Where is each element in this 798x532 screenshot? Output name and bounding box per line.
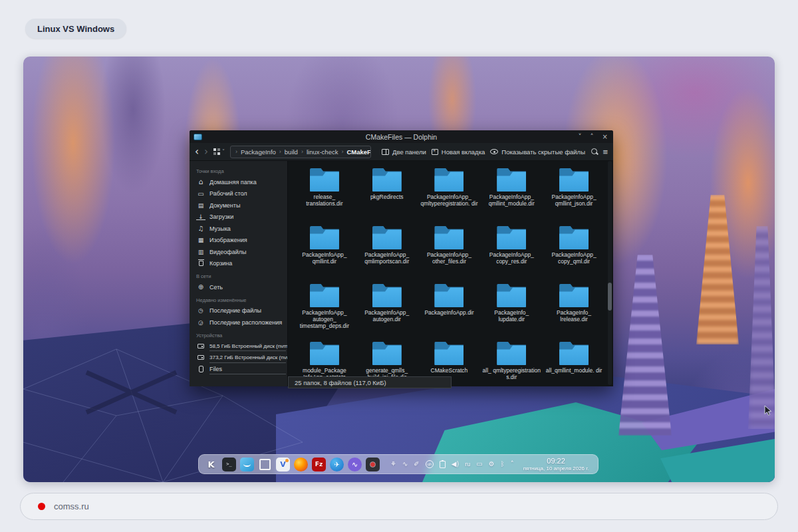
qbittorrent-tray-icon[interactable]: qb [426,460,434,468]
scrollbar-track[interactable] [608,161,612,385]
hamburger-menu-button[interactable]: ≡ [602,148,608,156]
sidebar-item-label: Загрузки [209,213,233,220]
maximize-button[interactable]: ˄ [591,134,594,140]
wave-tray-icon[interactable]: ∿ [402,461,408,467]
network-icon [196,283,205,291]
minimize-button[interactable]: ˅ [579,134,582,140]
sidebar-item-label: Корзина [209,260,232,267]
dolphin-taskbar-icon[interactable] [240,458,254,471]
sidebar-item-downloads[interactable]: Загрузки [196,211,287,223]
camera-app-icon[interactable] [366,458,380,471]
folder-item[interactable]: PackageInfo_ lrelease.dir [543,284,605,342]
folder-item[interactable]: pkgRedirects [356,168,418,226]
volume-tray-icon[interactable]: ◀) [452,461,460,467]
sidebar-item-documents[interactable]: Документы [196,200,287,211]
phone-device-icon [196,365,205,373]
show-hidden-files-button[interactable]: Показывать скрытые файлы [490,148,585,156]
dolphin-window: CMakeFiles — Dolphin ˅ ˄ × ‹ › ˅ › Packa… [190,130,613,386]
folder-icon [372,342,402,365]
folder-item[interactable]: PackageInfoApp.dir [418,284,481,342]
folder-icon [559,284,589,307]
sidebar-item-files-device[interactable]: Files [196,364,287,376]
tray-expand-chevron[interactable]: ˄ [511,461,514,467]
keyboard-layout-indicator[interactable]: ru [465,461,470,467]
sidebar-item-home[interactable]: Домашняя папка [196,176,287,188]
folder-item[interactable]: PackageInfoApp_ autogen_ timestamp_deps.… [293,284,356,342]
clipboard-tray-icon[interactable] [440,461,446,468]
split-view-button[interactable]: Две панели [382,148,426,156]
search-button[interactable] [591,148,597,156]
sidebar-item-disk-2[interactable]: 373,2 ГиБ Встроенный диск (nvme… [196,352,287,364]
filezilla-icon[interactable]: Fz [312,458,326,471]
folder-item[interactable]: all_ qmltyperegistration s.dir [480,342,543,386]
sidebar-item-label: Музыка [209,225,231,232]
sidebar-item-music[interactable]: Музыка [196,223,287,235]
sidebar-item-label: Последние файлы [209,307,261,314]
folder-icon [434,168,464,192]
konsole-icon[interactable]: >_ [222,458,236,471]
frame-app-icon[interactable] [259,459,271,470]
view-mode-button[interactable]: ˅ [213,148,225,155]
breadcrumb-separator: › [341,148,343,155]
sidebar-item-videos[interactable]: Видеофайлы [196,246,287,258]
forward-button: › [204,147,208,157]
taskbar: K >_ V Fz ✈ ∿ ⚘ ∿ ✐ qb ◀) ru ▭ ⚙ ᛒ ˄ 09:… [198,454,598,474]
sidebar-item-label: Последние расположения [209,319,282,326]
sidebar-item-network[interactable]: Сеть [196,281,287,293]
sidebar-item-desktop[interactable]: Рабочий стол [196,188,287,200]
sidebar-item-pictures[interactable]: Изображения [196,235,287,247]
sidebar-item-disk-1[interactable]: 58,5 ГиБ Встроенный диск (nvme0… [196,340,287,352]
breadcrumb-segment[interactable]: PackageInfo [241,148,276,156]
breadcrumb-current[interactable]: CMakeFiles [346,148,371,156]
sidebar-item-recent-files[interactable]: Последние файлы [196,305,287,317]
folder-item[interactable]: PackageInfoApp_ qmllint.dir [293,226,356,284]
chevron-down-icon: ˅ [222,149,225,155]
display-tray-icon[interactable]: ▭ [476,461,482,467]
folder-icon [497,342,526,365]
bluetooth-tray-icon[interactable]: ᛒ [501,461,505,467]
folder-item[interactable]: PackageInfoApp_ copy_res.dir [480,226,543,284]
folder-item[interactable]: PackageInfoApp_ qmlimportscan.dir [356,226,418,284]
folder-item[interactable]: PackageInfoApp_ qmltyperegistration. dir [418,168,481,226]
folder-icon [497,226,526,249]
kde-launcher-icon[interactable]: K [204,458,218,471]
folder-icon [372,168,402,192]
firefox-icon[interactable] [294,458,308,471]
wave-app-icon[interactable]: ∿ [348,458,362,471]
breadcrumb[interactable]: › PackageInfo › build › linux-check › CM… [230,146,371,158]
v-app-icon[interactable]: V [276,458,290,471]
breadcrumb-segment[interactable]: linux-check [307,148,338,156]
breadcrumb-segment[interactable]: build [285,148,298,156]
folder-item[interactable]: PackageInfoApp_ other_files.dir [418,226,481,284]
scrollbar-thumb[interactable] [608,283,612,311]
pen-tray-icon[interactable]: ✐ [414,461,419,467]
folder-item[interactable]: PackageInfo_ lupdate.dir [480,284,543,342]
folder-item[interactable]: PackageInfoApp_ autogen.dir [356,284,418,342]
disk-usage-bar [209,362,286,363]
settings-tray-icon[interactable]: ⚙ [489,461,495,467]
folder-item[interactable]: PackageInfoApp_ qmllint_json.dir [543,168,605,226]
back-button[interactable]: ‹ [195,147,199,157]
new-tab-button[interactable]: Новая вкладка [432,148,485,156]
window-titlebar[interactable]: CMakeFiles — Dolphin ˅ ˄ × [190,130,613,143]
page-badge: Linux VS Windows [25,19,126,39]
folder-icon [372,284,402,307]
folder-name: PackageInfoApp_ copy_res.dir [480,251,543,265]
folder-item[interactable]: release_ translations.dir [293,168,356,226]
sidebar-item-trash[interactable]: Корзина [196,258,287,270]
folder-name: PackageInfoApp_ qmllint.dir [293,251,356,265]
plane-app-icon[interactable]: ✈ [330,458,344,471]
sidebar-item-recent-locations[interactable]: Последние расположения [196,317,287,329]
status-bar: 25 папок, 8 файлов (117,0 КиБ) [288,376,452,388]
clock-widget[interactable]: 09:22 пятница, 10 апреля 2026 г. [523,457,589,471]
folder-item[interactable]: all_qmllint_module. dir [543,342,605,386]
folder-name: PackageInfoApp_ qmlimportscan.dir [356,251,418,265]
updates-tray-icon[interactable]: ⚘ [390,461,396,467]
folder-icon [310,168,339,192]
close-button[interactable]: × [602,134,608,140]
folder-item[interactable]: PackageInfoApp_ copy_qml.dir [543,226,605,284]
sidebar-item-label: Домашняя папка [209,179,257,186]
folder-view[interactable]: release_ translations.dir pkgRedirects P… [288,161,613,386]
folder-item[interactable]: PackageInfoApp_ qmllint_module.dir [480,168,543,226]
recent-files-icon [196,307,205,315]
